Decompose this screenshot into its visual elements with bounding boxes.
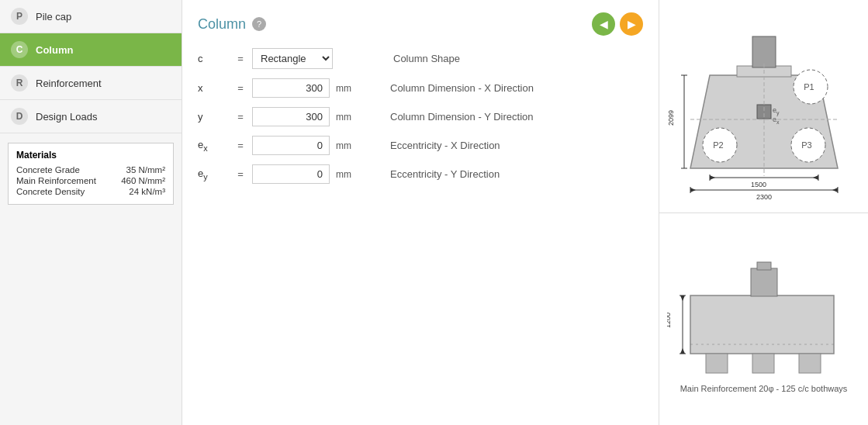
form-label: ex — [198, 139, 229, 153]
material-row: Main Reinforcement 460 N/mm² — [16, 176, 165, 185]
sidebar-label: Design Loads — [36, 111, 98, 123]
sidebar-letter: R — [11, 74, 28, 92]
materials-title: Materials — [16, 150, 165, 161]
sidebar-item-pile-cap[interactable]: P Pile cap — [0, 0, 182, 33]
material-row: Concrete Density 24 kN/m³ — [16, 187, 165, 196]
form-input-3[interactable] — [252, 136, 330, 155]
page-title: Column — [198, 16, 246, 33]
svg-rect-38 — [799, 354, 821, 373]
svg-rect-37 — [752, 354, 774, 373]
equals-sign: = — [229, 53, 252, 64]
material-value: 460 N/mm² — [121, 176, 165, 185]
form-unit: mm — [336, 169, 367, 180]
form-input-1[interactable] — [252, 78, 330, 98]
form-unit: mm — [336, 83, 367, 94]
sidebar: P Pile cap C Column R Reinforcement D De… — [0, 0, 182, 425]
sidebar-label: Pile cap — [36, 11, 71, 22]
form-description: Column Dimension - Y Direction — [390, 111, 533, 123]
form-label: y — [198, 111, 229, 123]
sidebar-item-design-loads[interactable]: D Design Loads — [0, 100, 182, 133]
form-label: x — [198, 82, 229, 94]
material-value: 35 N/mm² — [126, 165, 165, 174]
equals-sign: = — [229, 168, 252, 180]
form-unit: mm — [336, 112, 367, 123]
svg-rect-2 — [752, 36, 776, 67]
svg-text:P2: P2 — [713, 140, 723, 150]
material-name: Main Reinforcement — [16, 176, 96, 185]
sidebar-letter: C — [11, 41, 28, 58]
svg-text:x: x — [776, 119, 780, 125]
column-shape-select[interactable]: RectangleCircle — [252, 48, 333, 69]
svg-text:2099: 2099 — [667, 110, 675, 126]
form-area: c = RectangleCircle Column Shape x = mm … — [198, 48, 643, 184]
svg-rect-32 — [690, 295, 834, 354]
svg-text:1200: 1200 — [667, 313, 672, 328]
svg-rect-36 — [706, 354, 728, 373]
sidebar-item-reinforcement[interactable]: R Reinforcement — [0, 67, 182, 100]
svg-text:1500: 1500 — [750, 181, 766, 188]
nav-back-button[interactable]: ◀ — [592, 12, 615, 36]
svg-rect-33 — [751, 268, 777, 296]
sidebar-label: Column — [36, 44, 73, 56]
svg-marker-29 — [690, 188, 696, 192]
form-description: Column Shape — [393, 53, 460, 64]
form-description: Eccentricity - Y Direction — [390, 168, 500, 180]
material-name: Concrete Grade — [16, 165, 80, 174]
form-input-4[interactable] — [252, 164, 330, 184]
sidebar-letter: D — [11, 108, 28, 125]
main-content: Column ? ◀ ▶ c = RectangleCircle Column … — [182, 0, 659, 425]
equals-sign: = — [229, 111, 252, 123]
top-diagram: P1 P2 P3 e y e x 2099 — [659, 0, 868, 213]
right-panel: P1 P2 P3 e y e x 2099 — [659, 0, 868, 425]
form-row-2: y = mm Column Dimension - Y Direction — [198, 107, 643, 126]
material-value: 24 kN/m³ — [129, 187, 165, 196]
sidebar-label: Reinforcement — [36, 78, 102, 89]
form-label: ey — [198, 168, 229, 181]
form-row-1: x = mm Column Dimension - X Direction — [198, 78, 643, 98]
svg-text:2300: 2300 — [756, 193, 771, 199]
form-unit: mm — [336, 140, 367, 151]
form-description: Column Dimension - X Direction — [390, 82, 534, 94]
equals-sign: = — [229, 140, 252, 151]
svg-text:P1: P1 — [804, 82, 814, 92]
bottom-diagram-caption: Main Reinforcement 20φ - 125 c/c bothway… — [680, 384, 848, 393]
svg-text:P3: P3 — [801, 140, 811, 150]
svg-marker-23 — [710, 175, 715, 180]
nav-arrows: ◀ ▶ — [592, 12, 643, 36]
form-description: Eccentricity - X Direction — [390, 140, 500, 151]
sidebar-item-column[interactable]: C Column — [0, 33, 182, 67]
nav-forward-button[interactable]: ▶ — [620, 12, 643, 36]
svg-rect-34 — [757, 262, 771, 270]
form-row-3: ex = mm Eccentricity - X Direction — [198, 136, 643, 155]
help-icon[interactable]: ? — [252, 17, 266, 31]
form-label: c — [198, 53, 229, 64]
bottom-diagram: 1200 Main Reinforcement 20φ - 125 c/c bo… — [659, 213, 868, 426]
main-header: Column ? ◀ ▶ — [198, 12, 643, 36]
form-input-2[interactable] — [252, 107, 330, 126]
svg-text:y: y — [776, 110, 780, 116]
sidebar-letter: P — [11, 8, 28, 25]
material-name: Concrete Density — [16, 187, 85, 196]
svg-marker-24 — [813, 175, 818, 180]
svg-marker-42 — [680, 295, 685, 301]
svg-marker-30 — [832, 188, 838, 192]
svg-marker-43 — [680, 348, 685, 354]
materials-box: Materials Concrete Grade 35 N/mm² Main R… — [8, 143, 174, 205]
material-row: Concrete Grade 35 N/mm² — [16, 165, 165, 174]
form-row-4: ey = mm Eccentricity - Y Direction — [198, 164, 643, 184]
equals-sign: = — [229, 82, 252, 94]
form-row-0: c = RectangleCircle Column Shape — [198, 48, 643, 69]
